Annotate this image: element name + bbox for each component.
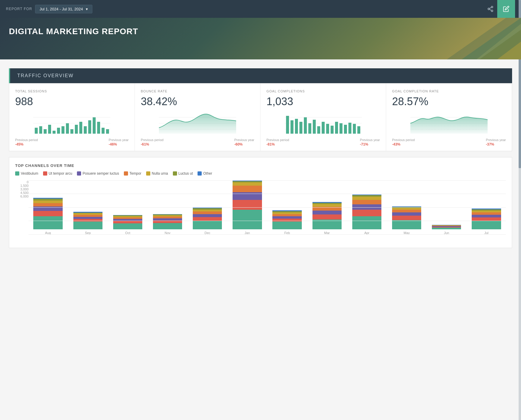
edit-icon <box>503 6 509 12</box>
bar-x-label-jan: Jan <box>245 231 250 235</box>
svg-rect-27 <box>102 128 105 134</box>
top-channels-section: TOP CHANNELS OVER TIME Vestibulum Ut tem… <box>9 157 512 248</box>
svg-rect-24 <box>88 120 91 134</box>
bar-stack-oct <box>113 215 142 229</box>
date-range-selector[interactable]: Jul 1, 2024 - Jul 31, 2024 ▾ <box>35 5 92 13</box>
bar-segment <box>352 210 381 216</box>
goal-completion-rate-chart <box>392 111 506 135</box>
svg-rect-37 <box>295 119 298 134</box>
total-sessions-prev-period: Previous period -45% <box>15 138 38 146</box>
svg-rect-45 <box>331 126 334 134</box>
traffic-overview-section: TRAFFIC OVERVIEW TOTAL SESSIONS 988 <box>9 68 512 151</box>
legend-color-nulla-urna <box>146 171 150 176</box>
bar-segment <box>153 223 182 229</box>
bar-group-jul: Jul <box>467 209 506 235</box>
bar-stack-dec <box>193 208 222 229</box>
svg-rect-18 <box>61 126 64 134</box>
bar-group-mar: Mar <box>307 202 346 235</box>
goal-completions-prev-year: Previous year -71% <box>360 138 380 146</box>
svg-point-0 <box>491 6 493 8</box>
bounce-rate-chart <box>141 111 254 135</box>
bar-chart: 6,000 4,500 3,000 1,500 0 AugSepOctNovDe… <box>15 180 506 242</box>
svg-rect-26 <box>97 122 100 134</box>
bar-segment <box>33 216 62 229</box>
legend-color-vestibulum <box>15 171 19 176</box>
bar-segment <box>272 219 301 222</box>
y-label-6000: 6,000 <box>15 195 29 198</box>
bar-segment <box>33 206 62 211</box>
bar-group-nov: Nov <box>148 214 187 235</box>
bounce-rate-value: 38.42% <box>141 95 254 108</box>
stat-card-total-sessions: TOTAL SESSIONS 988 <box>9 83 135 151</box>
legend-color-tempor <box>124 171 128 176</box>
goal-completion-rate-prev-period: Previous period -43% <box>392 138 415 146</box>
bar-segment <box>193 221 222 229</box>
date-range-value: Jul 1, 2024 - Jul 31, 2024 <box>40 7 83 11</box>
goal-completions-value: 1,033 <box>266 95 380 108</box>
svg-rect-13 <box>39 126 42 134</box>
bar-stack-may <box>392 206 421 229</box>
legend-posuere: Posuere semper luctus <box>77 171 119 176</box>
y-label-0: 0 <box>15 180 29 184</box>
bar-segment <box>352 216 381 229</box>
svg-rect-44 <box>326 124 329 134</box>
main-content: TRAFFIC OVERVIEW TOTAL SESSIONS 988 <box>0 59 521 257</box>
svg-rect-41 <box>313 120 316 134</box>
bar-segment <box>233 200 262 210</box>
svg-rect-21 <box>75 125 78 134</box>
bar-segment <box>33 211 62 216</box>
svg-rect-49 <box>348 123 351 134</box>
bar-segment <box>113 221 142 223</box>
svg-point-1 <box>488 8 490 10</box>
legend-color-luctus <box>173 171 177 176</box>
legend-color-ut-tempor <box>43 171 47 176</box>
bar-segment <box>432 228 461 229</box>
svg-line-4 <box>490 7 491 9</box>
bar-stack-apr <box>352 195 381 229</box>
bar-group-apr: Apr <box>347 195 386 235</box>
stat-card-goal-completions: GOAL COMPLETIONS 1,033 <box>260 83 386 151</box>
y-axis: 6,000 4,500 3,000 1,500 0 <box>15 180 29 205</box>
bar-group-dec: Dec <box>188 208 227 235</box>
bar-segment <box>73 222 102 229</box>
bar-stack-jun <box>432 225 461 229</box>
legend-nulla-urna: Nulla urna <box>146 171 168 176</box>
bar-segment <box>312 204 342 207</box>
header: REPORT FOR Jul 1, 2024 - Jul 31, 2024 ▾ <box>0 0 521 18</box>
bar-group-jan: Jan <box>228 180 267 235</box>
svg-rect-22 <box>79 122 82 134</box>
bar-segment <box>233 182 262 186</box>
bar-segment <box>312 211 342 215</box>
legend-luctus: Luctus ut <box>173 171 193 176</box>
bar-stack-sep <box>73 212 102 229</box>
svg-rect-48 <box>344 125 347 134</box>
total-sessions-footer: Previous period -45% Previous year -46% <box>15 138 129 146</box>
share-button[interactable] <box>485 3 496 15</box>
bar-x-label-mar: Mar <box>324 231 330 235</box>
bar-segment <box>193 214 222 217</box>
legend-label-tempor: Tempor <box>130 171 141 176</box>
bar-group-feb: Feb <box>268 210 307 235</box>
goal-completion-rate-footer: Previous period -43% Previous year -37% <box>392 138 506 146</box>
section-header: TRAFFIC OVERVIEW <box>9 68 512 83</box>
bar-x-label-may: May <box>404 231 410 235</box>
bar-x-label-jul: Jul <box>484 231 488 235</box>
bar-segment <box>312 220 342 229</box>
svg-rect-23 <box>84 126 87 134</box>
legend-tempor: Tempor <box>124 171 141 176</box>
bar-stack-feb <box>272 210 301 229</box>
goal-completions-label: GOAL COMPLETIONS <box>266 89 380 93</box>
bounce-rate-prev-year: Previous year -60% <box>234 138 254 146</box>
bar-segment <box>193 217 222 221</box>
edit-button[interactable] <box>497 0 515 18</box>
svg-rect-35 <box>286 116 289 134</box>
bar-segment <box>312 207 342 211</box>
bar-segment <box>113 219 142 221</box>
stat-card-bounce-rate: BOUNCE RATE 38.42% <box>135 83 260 151</box>
bar-segment <box>233 186 262 192</box>
bar-segment <box>272 216 301 219</box>
svg-line-3 <box>490 9 491 10</box>
bar-segment <box>73 215 102 217</box>
y-label-1500: 1,500 <box>15 184 29 187</box>
bounce-rate-label: BOUNCE RATE <box>141 89 254 93</box>
